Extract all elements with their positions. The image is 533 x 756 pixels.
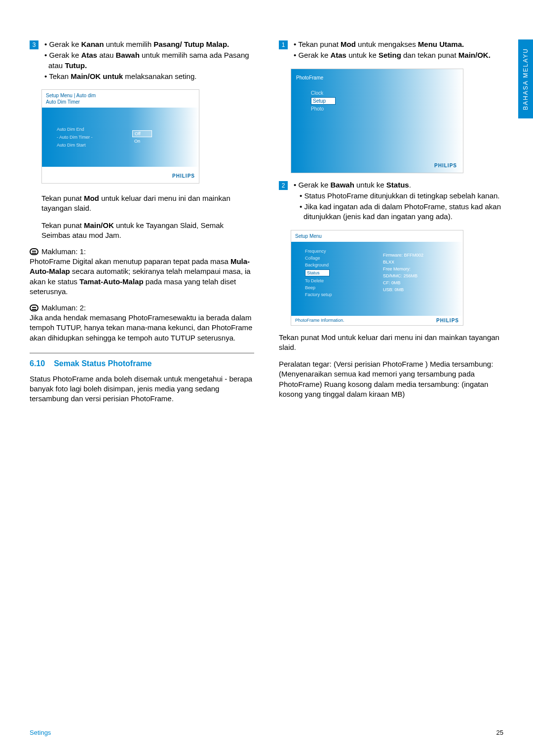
txt: untuk ke (346, 51, 379, 59)
screen-a-right-pane: Off On (128, 108, 199, 167)
step-1-number: 1 (279, 40, 288, 49)
section-number: 6.10 (30, 359, 45, 368)
step-1-line2: Gerak ke Atas untuk ke Seting dan tekan … (292, 50, 503, 60)
option-on: On (132, 138, 152, 144)
philips-logo: PHILIPS (172, 173, 195, 179)
info-item: Firmware: BFFM002 (383, 253, 463, 258)
screen-a-header: Setup Menu | Auto dim (42, 90, 199, 99)
right-para-1: Tekan punat Mod untuk keluar dari menu i… (279, 333, 503, 353)
screen-a-subheader: Auto Dim Timer (42, 99, 199, 108)
step-3-number: 3 (30, 40, 38, 49)
txt-bold: Bawah (116, 51, 140, 59)
note-2-body: Jika anda hendak memasang PhotoFramesewa… (30, 313, 254, 343)
txt: Gerak ke (298, 181, 330, 189)
menu-item-setup: Setup (311, 97, 336, 105)
content-columns: 3 Gerak ke Kanan untuk memilih Pasang/ T… (30, 39, 503, 406)
menu-item: Frequency (305, 249, 377, 254)
screen-a-left-pane: Auto Dim End - Auto Dim Timer - Auto Dim… (42, 108, 128, 167)
screen-c-footer: PhotoFrame Information. PHILIPS (291, 316, 463, 325)
menu-item-status: Status (305, 269, 330, 276)
txt: untuk memilih (104, 40, 153, 48)
section-6-10-title: 6.10Semak Status Photoframe (30, 359, 254, 368)
step-2-line1: Gerak ke Bawah untuk ke Status. (292, 180, 503, 190)
txt: Gerak ke (298, 51, 330, 59)
screen-b-footer: PHILIPS (430, 160, 461, 171)
para-main-ok: Tekan punat Main/OK untuk ke Tayangan Sl… (41, 221, 254, 241)
txt-bold: Pasang/ Tutup Malap. (153, 40, 229, 48)
step-3-line2: Gerak ke Atas atau Bawah untuk memilih s… (42, 50, 254, 71)
info-item: CF: 0MB (383, 280, 463, 285)
screen-b-left-pane: PhotoFrame Clock Setup Photo (291, 69, 377, 173)
note-2-label: Makluman: 2: (41, 303, 86, 312)
txt: Tekan punat (41, 221, 84, 229)
step-3-line1: Gerak ke Kanan untuk memilih Pasang/ Tut… (42, 39, 254, 49)
section-6-10-para: Status PhotoFrame anda boleh disemak unt… (30, 374, 254, 404)
language-tab: BAHASA MELAYU (518, 39, 533, 118)
page-footer: Setings 25 (30, 729, 503, 736)
left-column: 3 Gerak ke Kanan untuk memilih Pasang/ T… (30, 39, 254, 406)
menu-item-clock: Clock (311, 90, 377, 96)
menu-item: Auto Dim Start (57, 143, 128, 148)
txt-bold: Status (386, 181, 409, 189)
step-1-body: Tekan punat Mod untuk mengakses Menu Uta… (292, 39, 503, 62)
note-icon (30, 304, 38, 311)
txt-bold: Atas (81, 51, 97, 59)
step-2: 2 Gerak ke Bawah untuk ke Status. Status… (279, 180, 503, 223)
step-2-line2: Status PhotoFrame ditunjukkan di tetingk… (292, 191, 503, 201)
screenshot-setup-menu: Setup Menu Frequency Collage Background … (291, 230, 463, 326)
menu-item: Collage (305, 256, 377, 261)
menu-item: To Delete (305, 278, 377, 283)
step-2-line3: Jika kad ingatan ada di dalam PhotoFrame… (292, 202, 503, 222)
txt-bold: Atas (330, 51, 346, 59)
txt: Tekan (49, 72, 71, 80)
screen-c-header: Setup Menu (291, 230, 463, 242)
txt-bold: Mod (84, 194, 99, 202)
txt: PhotoFrame Digital akan menutup paparan … (30, 257, 230, 265)
txt: atau (97, 51, 116, 59)
txt-bold: Mod (341, 40, 356, 48)
philips-logo: PHILIPS (434, 163, 457, 168)
note-2-head: Makluman: 2: (30, 303, 254, 312)
menu-item: Beep (305, 285, 377, 290)
step-3: 3 Gerak ke Kanan untuk memilih Pasang/ T… (30, 39, 254, 82)
screen-a-body: Auto Dim End - Auto Dim Timer - Auto Dim… (42, 108, 199, 167)
info-item: USB: 0MB (383, 287, 463, 292)
txt: Tekan punat (298, 40, 341, 48)
txt: Tekan punat (41, 194, 84, 202)
menu-item: - Auto Dim Timer - (57, 135, 128, 140)
screen-b-body: PhotoFrame Clock Setup Photo PHILIPS (291, 69, 463, 173)
option-off: Off (132, 130, 152, 137)
screen-c-body: Frequency Collage Background Status To D… (291, 242, 463, 316)
footer-page-number: 25 (496, 729, 503, 736)
txt-bold: Bawah (330, 181, 354, 189)
info-item: Free Memory: (383, 266, 463, 271)
screen-b-items: Clock Setup Photo (291, 90, 377, 112)
screen-b-right-pane: PHILIPS (377, 69, 463, 173)
info-item: BLXX (383, 260, 463, 265)
menu-item: Factory setup (305, 292, 377, 297)
section-heading: Semak Status Photoframe (54, 359, 152, 368)
note-1-head: Makluman: 1: (30, 247, 254, 256)
txt-bold: Kanan (81, 40, 104, 48)
philips-logo: PHILIPS (436, 318, 459, 323)
txt: dan tekan punat (401, 51, 458, 59)
txt-bold: Seting (379, 51, 401, 59)
step-2-number: 2 (279, 181, 288, 190)
txt: Gerak ke (49, 40, 81, 48)
step-3-body: Gerak ke Kanan untuk memilih Pasang/ Tut… (42, 39, 254, 82)
txt-bold: Menu Utama. (418, 40, 464, 48)
txt-bold: Main/OK untuk (71, 72, 123, 80)
screen-c-right-pane: Firmware: BFFM002 BLXX Free Memory: SD/M… (377, 242, 463, 316)
txt: untuk mengakses (356, 40, 418, 48)
menu-item: Background (305, 263, 377, 267)
menu-item: Auto Dim End (57, 127, 128, 132)
txt-bold: Tamat-Auto-Malap (79, 277, 144, 286)
menu-item-photo: Photo (311, 106, 377, 112)
right-para-2: Peralatan tegar: (Versi perisian PhotoFr… (279, 359, 503, 399)
info-item: SD/MMC: 256MB (383, 273, 463, 278)
screen-b-title: PhotoFrame (291, 75, 377, 80)
screen-c-left-pane: Frequency Collage Background Status To D… (291, 242, 377, 316)
footer-label: PhotoFrame Information. (295, 318, 344, 323)
step-2-body: Gerak ke Bawah untuk ke Status. Status P… (292, 180, 503, 223)
screenshot-main-menu: PhotoFrame Clock Setup Photo PHILIPS (291, 69, 463, 173)
